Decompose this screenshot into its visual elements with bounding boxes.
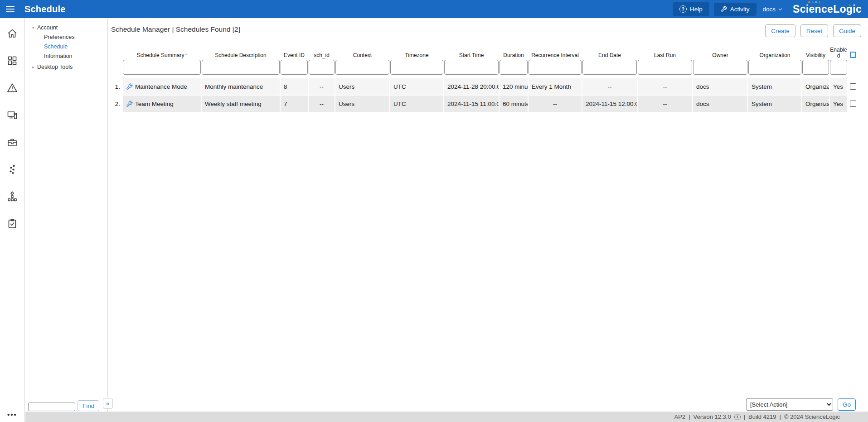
filter-input-event_id[interactable] — [281, 60, 308, 75]
column-header-sch_id[interactable]: sch_id — [309, 52, 335, 60]
guide-button[interactable]: Guide — [833, 24, 861, 37]
sort-indicator-icon: * — [185, 53, 187, 58]
activity-button[interactable]: Activity — [714, 3, 756, 16]
devices-icon[interactable] — [7, 110, 18, 120]
cell-duration: 120 minutes — [499, 78, 528, 95]
filter-input-duration[interactable] — [499, 60, 528, 75]
edit-wrench-icon[interactable] — [126, 101, 133, 107]
icon-rail: ••• — [0, 18, 25, 422]
cell-value: 2024-11-15 12:00:00 — [586, 101, 637, 107]
filter-input-last_run[interactable] — [638, 60, 692, 75]
cell-visibility: Organization — [802, 96, 829, 112]
filter-input-sch_id[interactable] — [309, 60, 335, 75]
cell-context: Users — [335, 78, 389, 95]
column-header-start_time[interactable]: Start Time — [444, 52, 499, 60]
footer-bar: AP2 | Version 12.3.0 i | Build 4219 | © … — [25, 412, 868, 422]
help-button[interactable]: ? Help — [673, 2, 709, 16]
user-menu-label: docs — [763, 6, 776, 13]
cell-value: Team Meeting — [135, 101, 174, 107]
info-icon[interactable]: i — [734, 414, 741, 420]
column-header-duration[interactable]: Duration — [499, 52, 528, 60]
column-header-end_date[interactable]: End Date — [582, 52, 637, 60]
filter-input-description[interactable] — [202, 60, 280, 75]
user-menu[interactable]: docs — [761, 6, 785, 13]
maps-icon[interactable] — [7, 164, 18, 175]
select-action-dropdown[interactable]: [Select Action] — [746, 398, 833, 411]
filter-input-enabled[interactable] — [830, 60, 847, 75]
table-row[interactable]: 2.Team MeetingWeekly staff meeting7--Use… — [111, 96, 868, 112]
cell-value: -- — [663, 83, 667, 90]
filter-input-recurrence[interactable] — [529, 60, 582, 75]
column-header-owner[interactable]: Owner — [693, 52, 747, 60]
tree-label: Desktop Tools — [37, 64, 73, 70]
cell-value: 2024-11-15 11:00:00 — [447, 101, 499, 107]
filter-input-end_date[interactable] — [582, 60, 637, 75]
create-button[interactable]: Create — [765, 24, 795, 37]
tree-item-preferences[interactable]: Preferences — [25, 32, 107, 42]
cell-summary[interactable]: Maintenance Mode — [123, 78, 201, 95]
cell-summary[interactable]: Team Meeting — [123, 96, 201, 112]
filter-input-timezone[interactable] — [390, 60, 443, 75]
column-header-summary[interactable]: Schedule Summary* — [123, 52, 201, 60]
activity-label: Activity — [730, 6, 750, 13]
events-icon[interactable] — [7, 82, 18, 93]
find-input[interactable] — [28, 403, 75, 411]
wrench-icon — [721, 6, 727, 12]
dashboards-icon[interactable] — [7, 55, 18, 66]
tree-item-account[interactable]: ▾ Account — [25, 23, 107, 32]
find-button[interactable]: Find — [78, 400, 99, 411]
filter-cell-start_time — [444, 60, 499, 78]
filter-input-context[interactable] — [335, 60, 389, 75]
table-row[interactable]: 1.Maintenance ModeMonthly maintenance8--… — [111, 78, 868, 95]
column-header-enabled[interactable]: Enabled — [830, 47, 847, 60]
home-icon[interactable] — [7, 28, 18, 39]
business-services-icon[interactable] — [7, 137, 18, 148]
main-content: Schedule Manager | Schedules Found [2] C… — [108, 18, 868, 412]
row-select-checkbox[interactable] — [850, 101, 856, 107]
cell-value: -- — [608, 83, 612, 90]
go-button[interactable]: Go — [838, 398, 856, 411]
column-header-visibility[interactable]: Visibility — [802, 52, 829, 60]
more-options-icon[interactable]: ••• — [7, 411, 17, 418]
filter-input-visibility[interactable] — [802, 60, 829, 75]
filter-input-summary[interactable] — [123, 60, 201, 75]
cell-description: Monthly maintenance — [202, 78, 280, 95]
cell-event_id: 8 — [281, 78, 308, 95]
footer-appserver: AP2 — [674, 413, 686, 420]
row-number: 2. — [111, 96, 123, 112]
filter-input-start_time[interactable] — [444, 60, 499, 75]
cell-value: -- — [663, 101, 667, 107]
cell-owner: docs — [693, 96, 747, 112]
column-header-context[interactable]: Context — [335, 52, 389, 60]
column-header-timezone[interactable]: Timezone — [390, 52, 443, 60]
reset-button[interactable]: Reset — [800, 24, 828, 37]
tree-item-information[interactable]: Information — [25, 51, 107, 61]
row-select-checkbox[interactable] — [850, 83, 856, 90]
cell-value: UTC — [393, 83, 406, 90]
filter-cell-summary — [123, 60, 201, 78]
edit-wrench-icon[interactable] — [126, 83, 133, 90]
tickets-icon[interactable] — [7, 218, 18, 229]
cell-value: Yes — [833, 83, 843, 90]
collapsed-triangle-icon: ▸ — [32, 65, 37, 69]
select-all-checkbox[interactable] — [850, 52, 856, 58]
cell-end_date: 2024-11-15 12:00:00 — [582, 96, 637, 112]
cell-end_date: -- — [582, 78, 637, 95]
column-header-last_run[interactable]: Last Run — [638, 52, 692, 60]
tree-item-schedule[interactable]: Schedule — [25, 42, 107, 51]
organizations-icon[interactable] — [7, 191, 18, 202]
column-header-event_id[interactable]: Event ID — [281, 52, 308, 60]
page-title: Schedule Manager | Schedules Found [2] — [111, 24, 240, 34]
hamburger-menu-icon[interactable] — [1, 0, 19, 18]
select-all-column — [848, 52, 858, 60]
tree-item-desktop-tools[interactable]: ▸ Desktop Tools — [25, 62, 107, 72]
cell-enabled: Yes — [830, 96, 847, 112]
filter-cell-context — [335, 60, 389, 78]
filter-input-owner[interactable] — [693, 60, 747, 75]
cell-last_run: -- — [638, 96, 692, 112]
column-header-organization[interactable]: Organization — [748, 52, 801, 60]
collapse-nav-button[interactable]: « — [103, 398, 113, 409]
column-header-description[interactable]: Schedule Description — [202, 52, 280, 60]
filter-input-organization[interactable] — [748, 60, 801, 75]
column-header-recurrence[interactable]: Recurrence Interval — [529, 52, 582, 60]
